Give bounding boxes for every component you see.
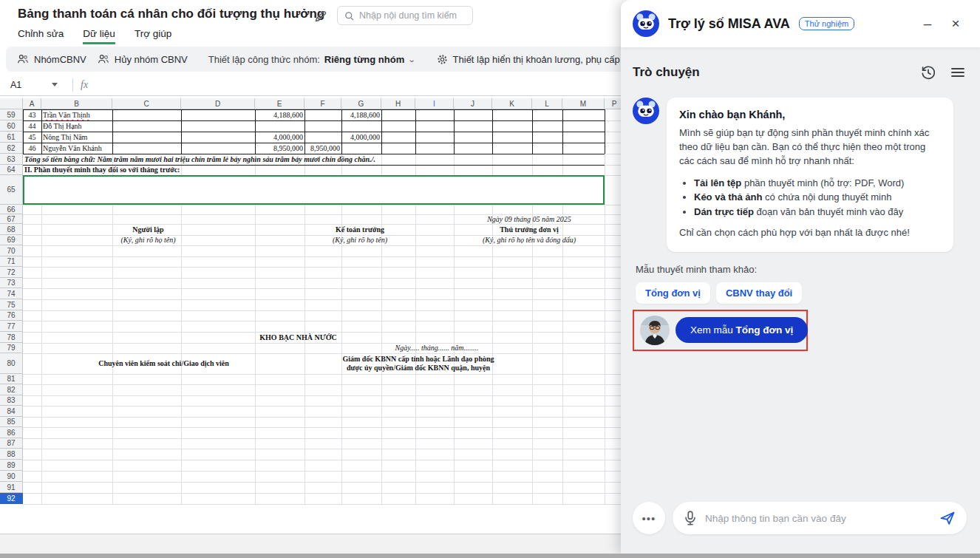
sheet-cell-F80[interactable]: Giám đốc KBNN cấp tỉnh hoặc Lãnh đạo phò… [304,353,532,374]
column-header-I[interactable]: I [415,98,454,109]
display-salary-setting-button[interactable]: Thiết lập hiển thị khoản lương, phụ cấp [436,53,620,66]
cell-name-box[interactable]: A1 [0,80,65,90]
column-header-L[interactable]: L [532,98,562,109]
row-header-62[interactable]: 62 [0,143,23,154]
row-header-85[interactable]: 85 [0,417,23,427]
column-header-M[interactable]: M [562,98,605,109]
microphone-icon[interactable] [681,509,699,527]
sheet-cell-B61[interactable]: Nông Thị Năm [41,132,112,143]
column-header-D[interactable]: D [181,98,255,109]
row-header-88[interactable]: 88 [0,449,23,460]
sample-cbnv-thay-doi-button[interactable]: CBNV thay đổi [716,282,802,304]
menu-help[interactable]: Trợ giúp [135,28,171,44]
column-header-G[interactable]: G [341,98,381,109]
sheet-cell-A59[interactable]: 43 [23,109,41,120]
row-header-65[interactable]: 65 [0,175,23,205]
sheet-cell-A60[interactable]: 44 [23,120,41,132]
close-button[interactable]: × [946,14,965,33]
sheet-cell-A80[interactable]: Chuyên viên kiểm soát chi/Giao dịch viên [23,353,304,374]
row-header-79[interactable]: 79 [0,343,23,353]
group-formula-setting-dropdown[interactable]: Thiết lập công thức nhóm: Riêng từng nhó… [208,54,415,65]
row-header-87[interactable]: 87 [0,438,23,449]
sheet-cell-B68[interactable]: Người lập [41,224,255,235]
sheet-cell-J68[interactable]: Thủ trưởng đơn vị [454,224,605,235]
row-header-92[interactable]: 92 [0,493,23,504]
sheet-cell-J67[interactable]: Ngày 09 tháng 05 năm 2025 [454,214,605,224]
table-border [181,109,182,154]
row-header-71[interactable]: 71 [0,256,23,267]
row-header-70[interactable]: 70 [0,245,23,256]
row-header-64[interactable]: 64 [0,165,23,175]
sheet-cell-D78[interactable]: KHO BẠC NHÀ NƯỚC [181,332,415,343]
row-header-68[interactable]: 68 [0,224,23,235]
row-header-67[interactable]: 67 [0,214,23,224]
sheet-cell-B62[interactable]: Nguyễn Văn Khánh [41,143,112,154]
selected-range[interactable] [23,175,605,205]
sheet-cell-A62[interactable]: 46 [23,143,41,154]
menu-data[interactable]: Dữ liệu [83,28,115,44]
row-header-69[interactable]: 69 [0,235,23,245]
sheet-cell-F68[interactable]: Kế toán trưởng [304,224,415,235]
more-options-button[interactable]: ••• [633,502,665,534]
ungroup-cbnv-button[interactable]: Hủy nhóm CBNV [97,52,188,66]
column-header-H[interactable]: H [381,98,415,109]
row-header-72[interactable]: 72 [0,267,23,278]
row-header-86[interactable]: 86 [0,427,23,438]
sheet-cell-A61[interactable]: 45 [23,132,41,143]
column-header-C[interactable]: C [112,98,181,109]
row-header-61[interactable]: 61 [0,132,23,143]
sheet-cell-B59[interactable]: Trần Văn Thịnh [41,109,112,120]
sheet-cell-E61[interactable]: 4,000,000 [255,132,304,143]
row-header-89[interactable]: 89 [0,460,23,471]
sheet-cell-B69[interactable]: (Ký, ghi rõ họ tên) [41,235,255,245]
sheet-cell-G61[interactable]: 4,000,000 [341,132,381,143]
row-header-60[interactable]: 60 [0,120,23,132]
search-input[interactable]: Nhập nội dung tìm kiếm [337,6,473,25]
edit-title-icon[interactable] [313,9,328,24]
column-header-J[interactable]: J [454,98,492,109]
chat-input[interactable]: Nhập thông tin bạn cần vào đây [673,502,967,534]
send-icon[interactable] [939,509,956,527]
row-header-82[interactable]: 82 [0,384,23,395]
history-icon[interactable] [919,64,937,81]
sheet-cell-A63[interactable]: Tổng số tiền bằng chữ: Năm trăm năm mươi… [23,154,605,165]
sheet-cell-E59[interactable]: 4,188,600 [255,109,304,120]
view-sample-button[interactable]: Xem mẫu Tổng đơn vị [676,317,808,343]
sheet-cell-B60[interactable]: Đỗ Thị Hạnh [41,120,112,132]
row-header-63[interactable]: 63 [0,154,23,165]
sheet-cell-F62[interactable]: 8,950,000 [304,143,341,154]
row-header-83[interactable]: 83 [0,395,23,406]
column-header-A[interactable]: A [23,98,41,109]
column-header-B[interactable]: B [41,98,112,109]
row-header-66[interactable]: 66 [0,205,23,214]
column-header-K[interactable]: K [492,98,532,109]
row-header-73[interactable]: 73 [0,278,23,288]
sheet-cell-G79[interactable]: Ngày..... tháng...... năm........ [341,343,532,353]
row-header-78[interactable]: 78 [0,332,23,343]
menu-edit[interactable]: Chỉnh sửa [18,28,64,44]
sheet-cell-F69[interactable]: (Ký, ghi rõ họ tên) [304,235,415,245]
row-header-84[interactable]: 84 [0,406,23,417]
minimize-button[interactable]: – [918,14,937,33]
row-header-75[interactable]: 75 [0,299,23,310]
sheet-cell-G59[interactable]: 4,188,600 [341,109,381,120]
row-header-91[interactable]: 91 [0,482,23,493]
column-header-F[interactable]: F [304,98,341,109]
row-header-77[interactable]: 77 [0,321,23,332]
menu-icon[interactable] [949,64,967,81]
row-header-90[interactable]: 90 [0,471,23,482]
row-header-74[interactable]: 74 [0,288,23,299]
column-header-E[interactable]: E [255,98,304,109]
row-header-81[interactable]: 81 [0,374,23,384]
column-header-P[interactable]: P [605,98,621,109]
row-header-59[interactable]: 59 [0,109,23,120]
sheet-cell-A64[interactable]: II. Phần thuyết minh thay đổi so với thá… [23,165,605,175]
sample-tong-don-vi-button[interactable]: Tổng đơn vị [636,282,710,304]
sheet-cell-E62[interactable]: 8,950,000 [255,143,304,154]
spreadsheet-grid[interactable]: ABCDEFGHIJKLMP59606162636465666768697071… [0,98,621,510]
sheet-cell-J69[interactable]: (Ký, ghi rõ họ tên và đóng dấu) [454,235,605,245]
group-cbnv-button[interactable]: NhómCBNV [16,52,86,66]
row-header-76[interactable]: 76 [0,310,23,321]
sheet-corner[interactable] [0,98,23,109]
row-header-80[interactable]: 80 [0,353,23,374]
